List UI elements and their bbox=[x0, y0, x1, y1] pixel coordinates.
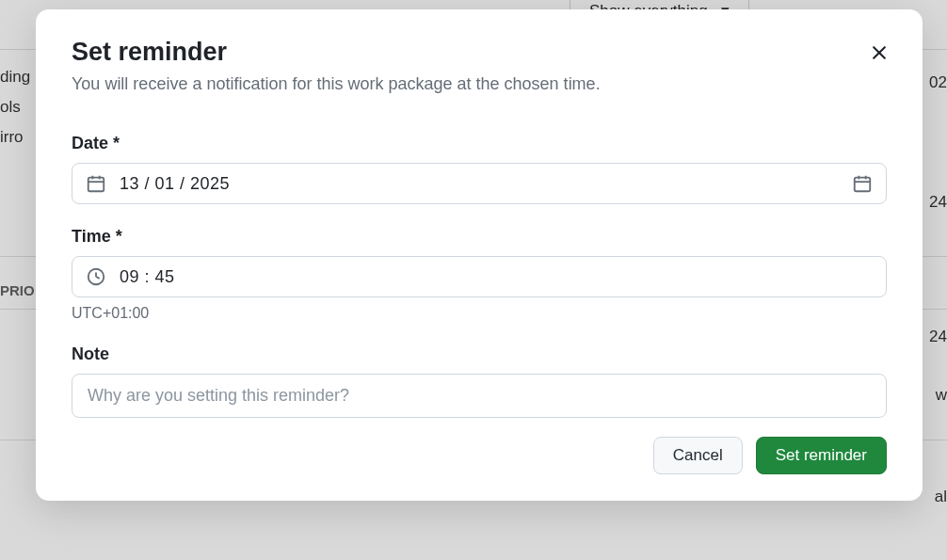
time-label: Time * bbox=[72, 227, 887, 247]
note-label: Note bbox=[72, 344, 887, 364]
set-reminder-button[interactable]: Set reminder bbox=[756, 437, 887, 474]
note-group: Note bbox=[72, 344, 887, 418]
date-value: 13 / 01 / 2025 bbox=[120, 174, 852, 194]
date-label: Date * bbox=[72, 134, 887, 153]
svg-line-12 bbox=[96, 277, 100, 279]
close-button[interactable] bbox=[866, 40, 892, 69]
clock-icon bbox=[86, 266, 106, 287]
calendar-picker-icon[interactable] bbox=[852, 173, 873, 194]
note-input[interactable] bbox=[72, 374, 887, 418]
svg-rect-2 bbox=[88, 178, 104, 192]
set-reminder-modal: Set reminder You will receive a notifica… bbox=[36, 9, 923, 501]
time-value: 09 : 45 bbox=[120, 267, 873, 287]
timezone-text: UTC+01:00 bbox=[72, 305, 887, 322]
svg-rect-6 bbox=[855, 178, 871, 192]
date-input[interactable]: 13 / 01 / 2025 bbox=[72, 163, 887, 204]
cancel-button[interactable]: Cancel bbox=[653, 437, 743, 474]
modal-subtitle: You will receive a notification for this… bbox=[72, 74, 887, 94]
modal-title: Set reminder bbox=[72, 38, 887, 67]
date-group: Date * 13 / 01 / 2025 bbox=[72, 134, 887, 204]
time-input[interactable]: 09 : 45 bbox=[72, 256, 887, 297]
modal-footer: Cancel Set reminder bbox=[72, 437, 887, 474]
close-icon bbox=[870, 43, 889, 62]
modal-header: Set reminder You will receive a notifica… bbox=[72, 38, 887, 94]
time-group: Time * 09 : 45 UTC+01:00 bbox=[72, 227, 887, 322]
calendar-icon bbox=[86, 173, 106, 194]
